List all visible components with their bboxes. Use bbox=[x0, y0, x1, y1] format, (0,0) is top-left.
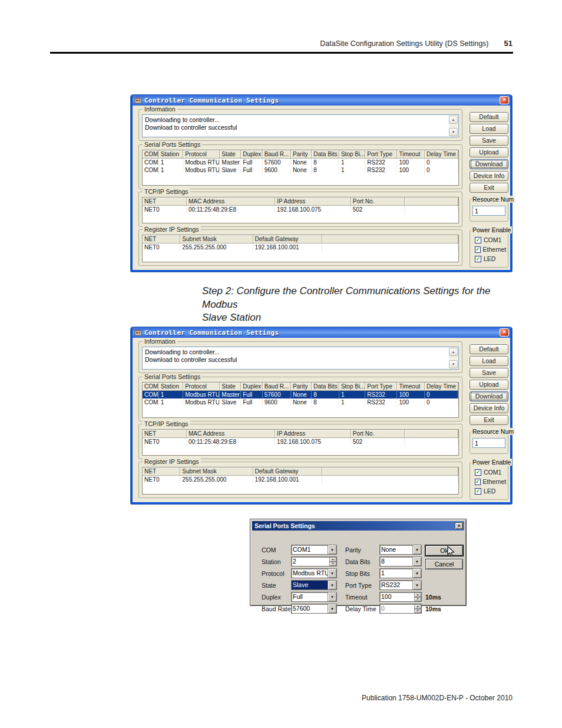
table-header-cell[interactable]: Timeout bbox=[397, 383, 425, 391]
table-header-cell[interactable]: MAC Address bbox=[187, 197, 275, 206]
table-row[interactable]: COM21Modbus RTUSlaveFull9600None81RS2321… bbox=[143, 398, 458, 406]
table-header-cell[interactable]: State bbox=[220, 383, 241, 391]
table-header-cell[interactable]: COM bbox=[143, 150, 159, 159]
save-button[interactable]: Save bbox=[470, 368, 508, 378]
table-header-cell[interactable]: Parity bbox=[291, 383, 312, 391]
cancel-button[interactable]: Cancel bbox=[425, 559, 463, 569]
window-titlebar[interactable]: Controller Communication Settings ✕ bbox=[133, 95, 510, 106]
table-row[interactable]: COM11Modbus RTUMasterFull57600None81RS23… bbox=[143, 159, 458, 166]
stop-bits-dropdown[interactable]: 1▼ bbox=[379, 568, 422, 578]
parity-dropdown[interactable]: None▼ bbox=[379, 545, 422, 555]
table-header-cell[interactable]: Parity bbox=[291, 150, 312, 159]
table-header-cell[interactable]: Default Gateway bbox=[253, 467, 323, 476]
table-header-cell[interactable]: COM bbox=[143, 383, 159, 391]
chevron-down-icon[interactable]: ▼ bbox=[412, 557, 421, 566]
table-header-cell[interactable]: NET bbox=[143, 197, 187, 206]
table-header-cell[interactable]: Data Bits bbox=[312, 383, 339, 391]
checkbox-ethernet[interactable]: ✓Ethernet bbox=[475, 246, 505, 253]
table-row[interactable]: COM21Modbus RTUSlaveFull9600None81RS2321… bbox=[143, 166, 458, 174]
close-icon[interactable]: ✕ bbox=[500, 96, 509, 104]
table-header-cell[interactable]: Duplex bbox=[241, 150, 262, 159]
table-header-cell[interactable]: Stop Bi... bbox=[339, 150, 365, 159]
delay-time-spinner[interactable]: 0▲▼ bbox=[379, 604, 422, 614]
table-header-cell[interactable]: Port Type bbox=[365, 150, 397, 159]
table-row[interactable]: NET000:11:25:48:29:E8192.168.100.075502 bbox=[143, 206, 458, 213]
table-header-cell[interactable]: Baud R... bbox=[263, 383, 291, 391]
default-button[interactable]: Default bbox=[470, 112, 508, 122]
checkbox-com1[interactable]: ✓COM1 bbox=[475, 236, 505, 243]
table-header-cell[interactable]: Port Type bbox=[365, 383, 397, 391]
table-header-cell[interactable]: NET bbox=[143, 467, 180, 476]
checkbox-ethernet[interactable]: ✓Ethernet bbox=[475, 478, 505, 485]
device-info-button[interactable]: Device Info bbox=[470, 403, 508, 413]
chevron-down-icon[interactable]: ▼ bbox=[412, 581, 421, 589]
scroll-down-icon[interactable]: ▼ bbox=[449, 360, 458, 368]
checkbox-led[interactable]: ✓LED bbox=[475, 487, 505, 495]
checkbox-led[interactable]: ✓LED bbox=[475, 255, 505, 262]
table-header-cell[interactable]: Delay Time bbox=[425, 383, 458, 391]
table-header-cell[interactable]: Subnet Mask bbox=[180, 467, 253, 476]
table-header-cell[interactable]: Delay Time bbox=[425, 150, 458, 159]
exit-button[interactable]: Exit bbox=[470, 415, 508, 425]
table-header-cell[interactable]: IP Address bbox=[275, 430, 351, 438]
load-button[interactable]: Load bbox=[470, 356, 508, 366]
table-row[interactable]: NET000:11:25:48:29:E8192.168.100.075502 bbox=[143, 438, 458, 446]
chevron-down-icon[interactable]: ▼ bbox=[412, 569, 421, 578]
default-button[interactable]: Default bbox=[470, 344, 508, 354]
resource-num-input[interactable]: 1 bbox=[472, 206, 505, 216]
window-titlebar[interactable]: Controller Communication Settings ✕ bbox=[133, 327, 510, 338]
table-header-cell[interactable]: Port No. bbox=[351, 430, 405, 438]
information-log[interactable]: Downloading to controller... Download to… bbox=[142, 347, 459, 370]
timeout-spinner[interactable]: 100▲▼ bbox=[379, 592, 422, 602]
device-info-button[interactable]: Device Info bbox=[470, 171, 508, 181]
table-header-cell[interactable]: IP Address bbox=[275, 197, 351, 206]
chevron-down-icon[interactable]: ▼ bbox=[412, 545, 421, 554]
table-header-cell[interactable]: Port No. bbox=[351, 197, 405, 206]
table-header-cell[interactable]: MAC Address bbox=[187, 430, 275, 438]
spin-down-icon[interactable]: ▼ bbox=[414, 609, 421, 614]
table-header-cell[interactable]: Timeout bbox=[397, 150, 425, 159]
table-header-cell[interactable]: NET bbox=[143, 430, 187, 438]
table-header-cell[interactable]: State bbox=[220, 150, 241, 159]
scroll-up-icon[interactable]: ▲ bbox=[449, 116, 458, 124]
table-header-cell[interactable]: Baud R... bbox=[263, 150, 291, 159]
information-log[interactable]: Downloading to controller... Download to… bbox=[142, 114, 459, 137]
resource-num-input[interactable]: 1 bbox=[472, 438, 505, 448]
data-bits-dropdown[interactable]: 8▼ bbox=[379, 556, 422, 566]
load-button[interactable]: Load bbox=[470, 124, 508, 134]
table-row[interactable]: COM11Modbus RTUMasterFull57600None81RS23… bbox=[143, 391, 458, 398]
checkbox-com1[interactable]: ✓COM1 bbox=[475, 469, 505, 476]
table-cell: 1 bbox=[339, 398, 365, 406]
table-header-cell[interactable]: Stop Bi... bbox=[339, 383, 365, 391]
table-header-cell[interactable]: Protocol bbox=[183, 150, 220, 159]
upload-button[interactable]: Upload bbox=[470, 147, 508, 157]
close-icon[interactable]: x bbox=[455, 522, 463, 529]
table-row[interactable]: NET0255.255.255.000192.168.100.001 bbox=[143, 243, 458, 251]
scrollbar[interactable]: ▲ ▼ bbox=[449, 116, 458, 136]
table-row[interactable]: NET0255.255.255.000192.168.100.001 bbox=[143, 476, 458, 483]
table-header-cell[interactable]: Default Gateway bbox=[253, 235, 323, 243]
window-titlebar[interactable]: Serial Ports Settings x bbox=[252, 521, 464, 531]
table-header-cell[interactable]: NET bbox=[143, 235, 180, 243]
scrollbar[interactable]: ▲ ▼ bbox=[449, 348, 458, 368]
table-header-cell[interactable]: Station bbox=[159, 383, 183, 391]
spin-up-icon[interactable]: ▲ bbox=[414, 592, 421, 597]
table-header-cell[interactable]: Station bbox=[159, 150, 183, 159]
ok-button[interactable]: Ok bbox=[425, 545, 463, 556]
table-header-cell[interactable]: Protocol bbox=[183, 383, 220, 391]
table-header-row: COMStationProtocolStateDuplexBaud R...Pa… bbox=[143, 383, 458, 391]
download-button[interactable]: Download bbox=[470, 391, 508, 401]
table-header-cell[interactable]: Subnet Mask bbox=[180, 235, 253, 243]
close-icon[interactable]: ✕ bbox=[500, 328, 509, 337]
upload-button[interactable]: Upload bbox=[470, 380, 508, 390]
spin-up-icon[interactable]: ▲ bbox=[414, 604, 421, 609]
download-button[interactable]: Download bbox=[470, 159, 508, 169]
exit-button[interactable]: Exit bbox=[470, 183, 508, 193]
scroll-down-icon[interactable]: ▼ bbox=[449, 128, 458, 136]
scroll-up-icon[interactable]: ▲ bbox=[449, 348, 458, 356]
save-button[interactable]: Save bbox=[470, 136, 508, 146]
port-type-dropdown[interactable]: RS232▼ bbox=[379, 580, 422, 590]
table-header-cell[interactable]: Duplex bbox=[241, 383, 262, 391]
spin-down-icon[interactable]: ▼ bbox=[414, 597, 421, 602]
table-header-cell[interactable]: Data Bits bbox=[312, 150, 339, 159]
